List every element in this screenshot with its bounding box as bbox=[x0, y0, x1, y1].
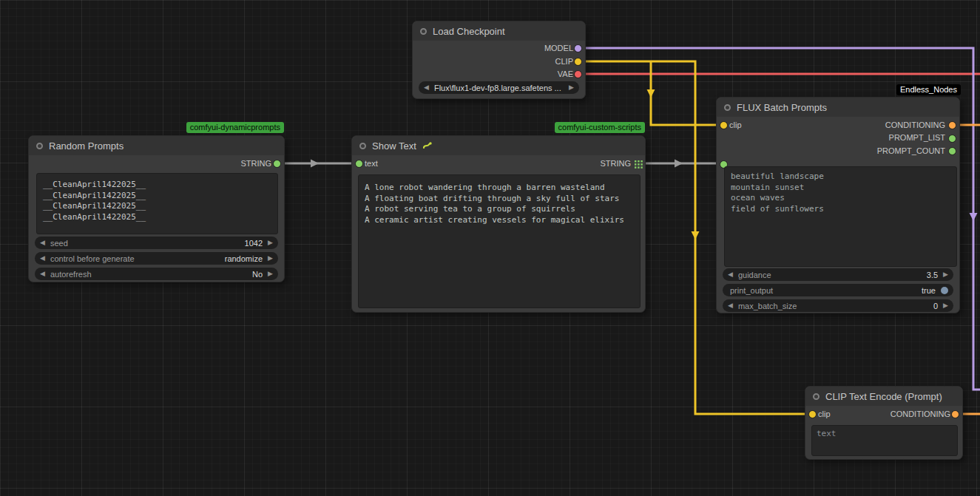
widget-label: print_output bbox=[730, 286, 773, 295]
prompt-text-area[interactable]: text bbox=[811, 425, 958, 456]
collapse-dot-icon[interactable] bbox=[36, 143, 43, 149]
node-clip-text-encode[interactable]: CLIP Text Encode (Prompt) clip CONDITION… bbox=[805, 386, 963, 460]
increment-arrow-icon[interactable]: ▶ bbox=[268, 239, 273, 246]
next-arrow-icon[interactable]: ▶ bbox=[569, 84, 574, 91]
node-show-text[interactable]: comfyui-custom-scripts Show Text text ST… bbox=[351, 135, 646, 313]
output-slot-conditioning[interactable] bbox=[948, 121, 956, 129]
text-line: __CleanApril1422025__ bbox=[43, 191, 271, 202]
text-line: A floating boat drifting through a sky f… bbox=[365, 194, 634, 205]
toggle-dot-icon[interactable] bbox=[941, 287, 948, 294]
print-output-toggle-widget[interactable]: print_output true bbox=[723, 284, 953, 296]
widget-value: 1042 bbox=[245, 239, 263, 248]
autorefresh-widget[interactable]: ◀ autorefresh No ▶ bbox=[35, 268, 278, 280]
input-slot-clip[interactable] bbox=[808, 410, 817, 418]
widget-value: No bbox=[252, 270, 263, 279]
output-slot-prompt-count[interactable] bbox=[948, 147, 956, 155]
increment-arrow-icon[interactable]: ▶ bbox=[943, 271, 948, 278]
seed-widget[interactable]: ◀ seed 1042 ▶ bbox=[35, 237, 278, 249]
node-title: CLIP Text Encode (Prompt) bbox=[805, 387, 962, 406]
input-slot-label: text bbox=[365, 157, 378, 170]
input-slot-text[interactable] bbox=[355, 160, 363, 168]
text-line: A ceramic artist creating vessels for ma… bbox=[365, 215, 634, 226]
output-slot-string[interactable] bbox=[273, 160, 281, 168]
guidance-widget[interactable]: ◀ guidance 3.5 ▶ bbox=[723, 268, 953, 281]
ckpt-name-value: Flux\flux1-dev-fp8.large.safetens ... bbox=[434, 84, 561, 92]
output-slot-label: PROMPT_COUNT bbox=[877, 145, 945, 157]
text-line: __CleanApril1422025__ bbox=[43, 180, 271, 191]
output-slot-label: CONDITIONING bbox=[885, 119, 945, 132]
collapse-dot-icon[interactable] bbox=[813, 393, 820, 400]
text-line: beautiful landscape bbox=[731, 171, 950, 183]
link-arrow-icon bbox=[647, 89, 655, 98]
multi-output-grid-icon[interactable] bbox=[635, 160, 643, 169]
output-slot-conditioning[interactable] bbox=[951, 410, 959, 418]
output-slot-label: MODEL bbox=[544, 42, 573, 55]
control-before-generate-widget[interactable]: ◀ control before generate randomize ▶ bbox=[35, 252, 278, 265]
node-title-label: Load Checkpoint bbox=[433, 26, 505, 37]
node-title-label: CLIP Text Encode (Prompt) bbox=[825, 391, 942, 402]
output-slot-label: STRING bbox=[600, 157, 631, 170]
decrement-arrow-icon[interactable]: ◀ bbox=[40, 239, 45, 246]
text-line: __CleanApril1422025__ bbox=[43, 212, 271, 223]
ckpt-name-widget[interactable]: ◀ Flux\flux1-dev-fp8.large.safetens ... … bbox=[419, 81, 579, 94]
output-slot-label: STRING bbox=[240, 157, 271, 170]
node-source-badge: comfyui-custom-scripts bbox=[555, 122, 645, 133]
output-slot-model[interactable] bbox=[574, 44, 582, 52]
node-title-label: FLUX Batch Prompts bbox=[737, 102, 827, 113]
node-source-badge: comfyui-dynamicprompts bbox=[186, 122, 284, 133]
output-slot-vae[interactable] bbox=[574, 70, 582, 78]
collapse-dot-icon[interactable] bbox=[724, 104, 731, 111]
output-slot-label: CLIP bbox=[555, 55, 573, 68]
widget-label: guidance bbox=[738, 271, 771, 279]
node-title: Random Prompts bbox=[29, 136, 284, 155]
link-clip-branch-flux bbox=[651, 61, 721, 125]
shown-text-area[interactable]: A lone robot wandering through a barren … bbox=[358, 174, 641, 308]
decrement-arrow-icon[interactable]: ◀ bbox=[728, 302, 733, 309]
node-title: Load Checkpoint bbox=[413, 21, 585, 41]
link-arrow-icon bbox=[692, 231, 700, 239]
node-flux-batch-prompts[interactable]: Endless_Nodes FLUX Batch Prompts clip CO… bbox=[716, 97, 960, 313]
collapse-dot-icon[interactable] bbox=[420, 28, 427, 35]
text-line: ocean waves bbox=[731, 193, 950, 204]
output-slot-prompt-list[interactable] bbox=[948, 135, 956, 143]
node-source-badge: Endless_Nodes bbox=[896, 84, 961, 95]
decrement-arrow-icon[interactable]: ◀ bbox=[728, 271, 733, 278]
widget-label: autorefresh bbox=[50, 270, 92, 279]
decrement-arrow-icon[interactable]: ◀ bbox=[40, 271, 45, 277]
increment-arrow-icon[interactable]: ▶ bbox=[943, 302, 948, 309]
node-random-prompts[interactable]: comfyui-dynamicprompts Random Prompts ST… bbox=[28, 135, 285, 282]
node-title-label: Show Text bbox=[372, 140, 416, 152]
widget-value: randomize bbox=[225, 254, 263, 263]
node-title: FLUX Batch Prompts bbox=[717, 98, 959, 117]
prev-arrow-icon[interactable]: ◀ bbox=[424, 84, 429, 91]
text-line: A robot serving tea to a group of squirr… bbox=[365, 204, 634, 215]
node-load-checkpoint[interactable]: Load Checkpoint MODEL CLIP VAE ◀ Flux\fl… bbox=[412, 21, 586, 99]
snake-icon bbox=[422, 141, 432, 150]
max-batch-size-widget[interactable]: ◀ max_batch_size 0 ▶ bbox=[723, 299, 953, 312]
text-line: mountain sunset bbox=[731, 183, 950, 194]
node-canvas[interactable]: Load Checkpoint MODEL CLIP VAE ◀ Flux\fl… bbox=[0, 0, 980, 496]
output-slot-label: CONDITIONING bbox=[891, 408, 950, 421]
link-arrow-icon bbox=[970, 213, 978, 221]
widget-label: control before generate bbox=[50, 254, 135, 263]
output-slot-label: PROMPT_LIST bbox=[889, 132, 945, 144]
input-slot-label: clip bbox=[818, 408, 831, 421]
text-line: __CleanApril1422025__ bbox=[43, 201, 271, 212]
output-slot-clip[interactable] bbox=[574, 58, 582, 66]
text-line: A lone robot wandering through a barren … bbox=[365, 183, 634, 194]
prompt-text-area[interactable]: __CleanApril1422025__ __CleanApril142202… bbox=[36, 173, 278, 234]
input-slot-clip[interactable] bbox=[720, 121, 728, 129]
node-title-label: Random Prompts bbox=[49, 140, 124, 152]
link-arrow-icon bbox=[311, 160, 319, 168]
link-arrow-icon bbox=[675, 160, 683, 168]
text-line: text bbox=[817, 429, 953, 440]
batch-prompts-text-area[interactable]: beautiful landscape mountain sunset ocea… bbox=[724, 166, 957, 267]
widget-value: 0 bbox=[933, 302, 938, 310]
increment-arrow-icon[interactable]: ▶ bbox=[268, 255, 273, 262]
widget-value: true bbox=[922, 286, 936, 295]
widget-value: 3.5 bbox=[927, 271, 938, 279]
collapse-dot-icon[interactable] bbox=[359, 143, 366, 149]
increment-arrow-icon[interactable]: ▶ bbox=[268, 271, 273, 277]
decrement-arrow-icon[interactable]: ◀ bbox=[40, 255, 45, 262]
input-slot-label: clip bbox=[729, 119, 742, 132]
